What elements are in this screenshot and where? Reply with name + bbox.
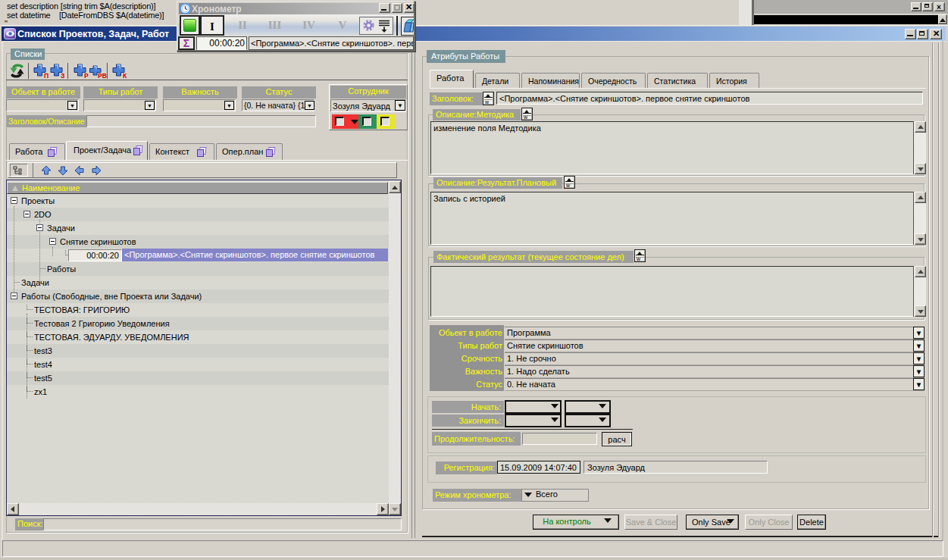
svg-text:П: П [44, 72, 48, 79]
svg-text:З: З [61, 72, 64, 79]
svg-text:К: К [123, 72, 127, 79]
svg-text:Р: Р [84, 72, 89, 79]
svg-text:РВ: РВ [98, 72, 107, 79]
